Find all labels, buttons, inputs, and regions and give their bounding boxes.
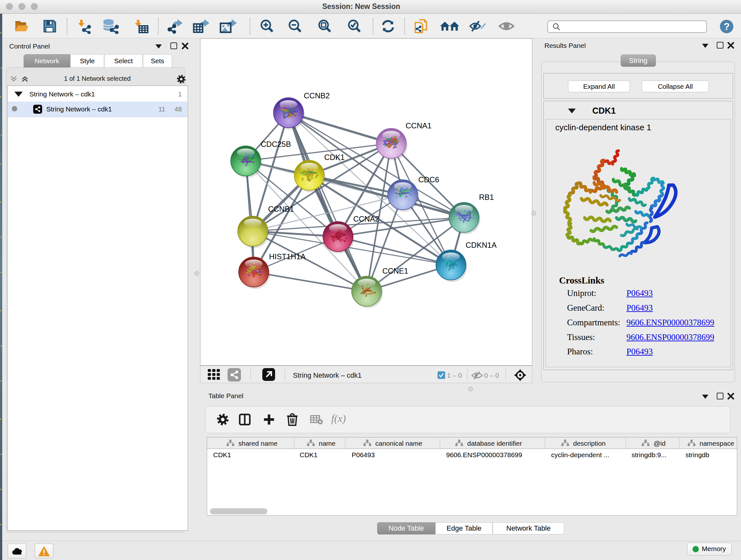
svg-text:CCNA1: CCNA1	[406, 121, 431, 130]
svg-text:RB1: RB1	[479, 193, 494, 201]
svg-text:CCNB1: CCNB1	[268, 205, 294, 213]
svg-text:CCNE1: CCNE1	[382, 266, 408, 275]
svg-text:?: ?	[724, 21, 730, 32]
svg-text:CDC25B: CDC25B	[261, 140, 291, 148]
svg-text:CDKN1A: CDKN1A	[466, 241, 496, 249]
svg-text:CCNA2: CCNA2	[353, 214, 379, 223]
svg-text:CDC6: CDC6	[418, 175, 439, 184]
svg-text:HIST1H1A: HIST1H1A	[269, 252, 306, 261]
svg-text:CDK1: CDK1	[324, 153, 345, 162]
svg-text:CCNB2: CCNB2	[304, 91, 330, 100]
